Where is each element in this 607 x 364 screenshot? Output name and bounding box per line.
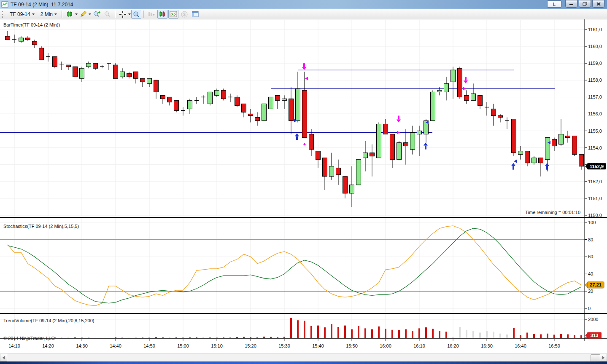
candle-body — [26, 38, 30, 40]
data-box-icon — [132, 11, 140, 18]
crosshair-icon — [119, 11, 127, 18]
svg-text:1154,0: 1154,0 — [588, 145, 602, 150]
candle-body — [390, 134, 395, 160]
svg-text:15:40: 15:40 — [312, 343, 324, 348]
chevron-down-icon[interactable] — [89, 13, 91, 15]
svg-text:1160,0: 1160,0 — [588, 44, 602, 49]
svg-text:100: 100 — [588, 220, 596, 225]
scroll-right-button[interactable] — [600, 354, 607, 361]
candle-body — [289, 99, 294, 120]
window-controls: L — [547, 0, 604, 8]
candle-body — [552, 139, 557, 146]
properties-button[interactable] — [190, 10, 200, 19]
candle-body — [93, 63, 98, 68]
chart-trader-button[interactable] — [157, 10, 167, 19]
candle-body — [336, 168, 341, 175]
candle-body — [255, 117, 260, 120]
candle-body — [140, 78, 145, 82]
copyright-label: © 2014 NinjaTrader, LLC — [3, 336, 54, 341]
svg-text:15:10: 15:10 — [211, 343, 223, 348]
chart-canvas[interactable]: 1161,01160,01159,01158,01157,01156,01155… — [0, 19, 607, 353]
candle-body — [309, 134, 314, 150]
data-box-button[interactable] — [131, 10, 141, 19]
candle-body — [66, 65, 71, 67]
candle-body — [188, 100, 192, 109]
scrollbar-thumb[interactable] — [591, 354, 600, 362]
cursor-mode-button[interactable] — [118, 10, 128, 19]
svg-text:16:50: 16:50 — [548, 343, 560, 348]
svg-text:16:10: 16:10 — [413, 343, 425, 348]
toolbar-separator — [62, 11, 62, 18]
candle-body — [248, 114, 253, 115]
candle-body — [512, 119, 516, 153]
candle-body — [478, 95, 483, 105]
svg-text:80: 80 — [588, 237, 593, 242]
indicators-button[interactable] — [168, 10, 178, 19]
bar-spacing-icon — [148, 11, 155, 18]
candle-body — [302, 90, 307, 137]
arrow-left-icon — [3, 356, 5, 359]
zoom-in-button[interactable] — [92, 10, 102, 19]
svg-text:14:40: 14:40 — [110, 343, 121, 348]
candle-body — [404, 143, 408, 146]
drawing-tools-button[interactable] — [78, 10, 88, 19]
candle-body — [437, 90, 442, 92]
stochastics-panel-label: Stochastics(TF 09-14 (2 Min),5,15,5) — [3, 224, 79, 229]
candle-body — [350, 185, 354, 193]
interval-dropdown[interactable]: 2 Min — [38, 10, 60, 19]
candle-body — [417, 131, 422, 134]
title-bar[interactable]: TF 09-14 (2 Min) 11.7.2014 L — [0, 0, 607, 9]
chart-style-button[interactable] — [65, 10, 75, 19]
chevron-down-icon — [54, 13, 57, 15]
candle-body — [316, 151, 321, 160]
horizontal-scrollbar[interactable] — [0, 353, 607, 361]
svg-text:16:00: 16:00 — [380, 343, 391, 348]
candle-body — [545, 138, 550, 160]
candle-body — [451, 70, 456, 82]
svg-text:$: $ — [183, 12, 186, 17]
candle-body — [572, 136, 577, 155]
restore-button[interactable] — [579, 0, 591, 8]
scroll-left-button[interactable] — [0, 354, 7, 361]
svg-text:20: 20 — [588, 289, 593, 294]
minimize-button[interactable] — [565, 0, 577, 8]
candle-body — [134, 72, 138, 78]
candle-body — [161, 95, 165, 99]
svg-text:16:20: 16:20 — [447, 343, 459, 348]
candle-body — [167, 97, 172, 102]
candle-body — [464, 95, 469, 100]
svg-text:1157,0: 1157,0 — [588, 94, 602, 99]
interval-label: 2 Min — [40, 11, 53, 17]
link-button[interactable]: L — [547, 0, 561, 8]
zoom-out-icon — [104, 11, 111, 18]
chart-window: TF 09-14 (2 Min) 11.7.2014 L TF 09-14 2 … — [0, 0, 607, 364]
chevron-down-icon[interactable] — [128, 13, 131, 15]
account-icon: $ — [181, 11, 188, 18]
chart-trader-icon — [159, 11, 166, 18]
candle-body — [397, 143, 402, 160]
close-button[interactable] — [592, 0, 604, 8]
volume-value-badge: 313 — [585, 332, 602, 338]
stochastics-value-badge: 27,21 — [585, 282, 604, 288]
candle-body — [559, 134, 564, 145]
svg-text:15:20: 15:20 — [245, 343, 256, 348]
candle-body — [127, 73, 132, 77]
svg-text:0: 0 — [588, 306, 591, 311]
candle-body — [174, 100, 179, 110]
time-remaining-label: Time remaining = 00:01:10 — [525, 210, 580, 215]
chevron-down-icon — [32, 13, 35, 15]
candle-body — [356, 160, 361, 185]
candle-body — [566, 136, 570, 138]
instrument-dropdown[interactable]: TF 09-14 — [7, 10, 38, 19]
svg-text:14:30: 14:30 — [76, 343, 88, 348]
candle-body — [363, 153, 368, 158]
candle-body — [377, 124, 381, 158]
candle-body — [86, 63, 91, 67]
taskbar[interactable] — [0, 361, 607, 364]
candle-body — [323, 158, 327, 177]
candle-body — [329, 166, 334, 177]
toolbar-separator — [143, 11, 144, 18]
toolbar-grip[interactable] — [2, 11, 4, 18]
svg-text:15:00: 15:00 — [177, 343, 189, 348]
candle-body — [19, 38, 24, 41]
